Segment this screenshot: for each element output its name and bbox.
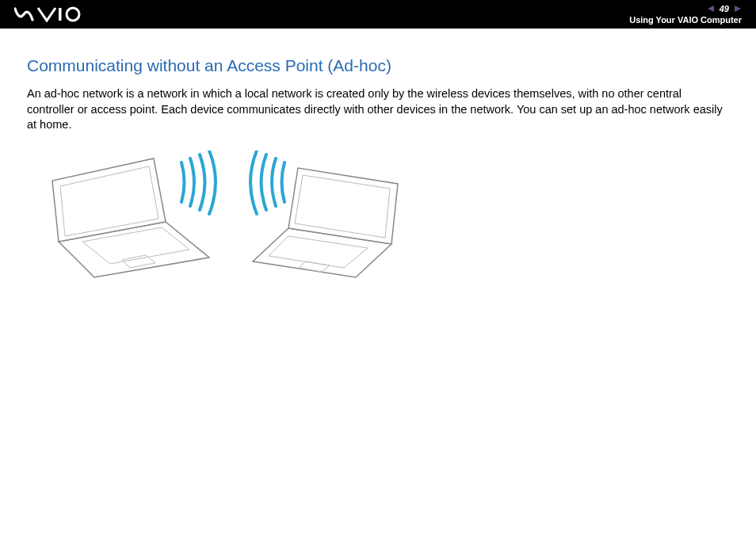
svg-marker-3 — [735, 6, 741, 12]
page-content: Communicating without an Access Point (A… — [0, 29, 756, 284]
section-heading: Communicating without an Access Point (A… — [27, 56, 729, 75]
prev-page-arrow-icon[interactable] — [707, 5, 715, 13]
section-label: Using Your VAIO Computer — [629, 15, 742, 25]
header-bar: 49 Using Your VAIO Computer — [0, 0, 756, 29]
header-right: 49 Using Your VAIO Computer — [629, 4, 742, 25]
page-nav: 49 — [707, 4, 742, 13]
body-paragraph: An ad-hoc network is a network in which … — [27, 86, 729, 133]
vaio-logo — [14, 6, 86, 22]
page-number: 49 — [720, 4, 729, 13]
svg-point-1 — [67, 8, 79, 21]
laptop-right-icon — [253, 168, 398, 277]
wifi-waves-left-icon — [181, 151, 216, 214]
next-page-arrow-icon[interactable] — [734, 5, 742, 13]
adhoc-network-illustration — [51, 151, 729, 284]
svg-rect-0 — [59, 8, 62, 21]
wifi-waves-right-icon — [250, 151, 284, 214]
svg-marker-2 — [708, 6, 714, 12]
laptop-left-icon — [52, 158, 209, 277]
